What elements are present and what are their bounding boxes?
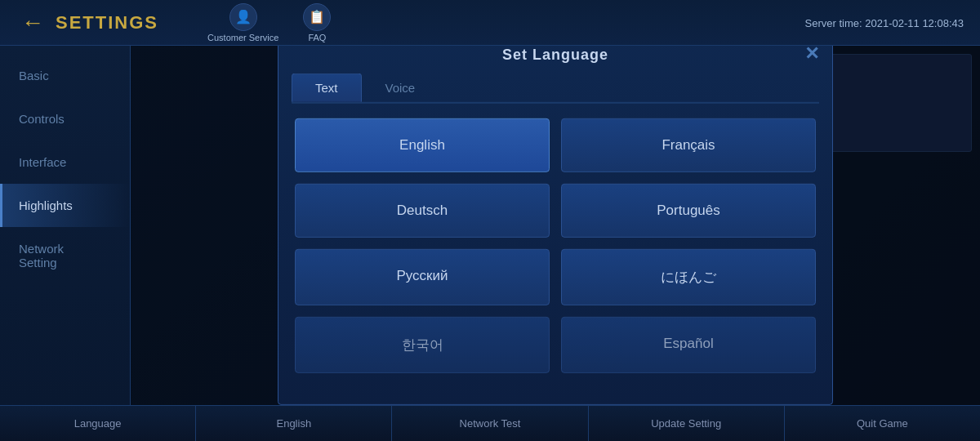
sidebar-item-interface-label: Interface (19, 155, 66, 169)
sidebar-item-highlights[interactable]: Highlights (0, 184, 130, 227)
bottom-quit-game-label: Quit Game (857, 417, 908, 430)
main-content: Rules Set Language ✕ Text Voice English … (131, 46, 980, 405)
language-portugues-label: Português (657, 203, 720, 218)
bottom-network-test-button[interactable]: Network Test (392, 406, 588, 441)
server-time: Server time: 2021-02-11 12:08:43 (805, 16, 964, 29)
language-english-label: English (399, 137, 445, 153)
bottom-quit-game-button[interactable]: Quit Game (785, 406, 980, 441)
bottom-update-setting-button[interactable]: Update Setting (589, 406, 785, 441)
tab-text[interactable]: Text (292, 74, 362, 102)
sidebar-item-basic[interactable]: Basic (0, 54, 130, 97)
tab-voice-label: Voice (385, 81, 416, 95)
bottombar: Language English Network Test Update Set… (0, 405, 980, 441)
sidebar-item-network-setting[interactable]: NetworkSetting (0, 227, 130, 284)
bottom-update-setting-label: Update Setting (651, 417, 721, 430)
language-option-english[interactable]: English (295, 118, 550, 172)
bottom-language-value-label: English (276, 417, 311, 430)
sidebar-item-controls[interactable]: Controls (0, 97, 130, 140)
back-arrow-icon: ← (21, 10, 44, 36)
faq-label: FAQ (308, 33, 326, 42)
bottom-language-value[interactable]: English (196, 406, 392, 441)
sidebar-item-network-label: NetworkSetting (19, 242, 64, 270)
language-option-francais[interactable]: Français (561, 118, 816, 172)
language-espanol-label: Español (663, 336, 713, 351)
language-option-espanol[interactable]: Español (561, 317, 816, 373)
topbar: ← SETTINGS 👤 Customer Service 📋 FAQ Serv… (0, 0, 980, 46)
customer-service-button[interactable]: 👤 Customer Service (207, 3, 278, 42)
language-option-deutsch[interactable]: Deutsch (295, 184, 550, 238)
bottom-language-button[interactable]: Language (0, 406, 196, 441)
language-option-portugues[interactable]: Português (561, 184, 816, 238)
bottom-network-test-label: Network Test (460, 417, 521, 430)
language-option-japanese[interactable]: にほんご (561, 249, 816, 305)
sidebar: Basic Controls Interface Highlights Netw… (0, 46, 131, 405)
back-button[interactable]: ← (16, 8, 49, 38)
language-option-korean[interactable]: 한국어 (295, 317, 550, 373)
settings-title: SETTINGS (56, 12, 158, 33)
language-russian-label: Русский (396, 268, 448, 283)
language-japanese-label: にほんご (661, 270, 716, 285)
language-option-russian[interactable]: Русский (295, 249, 550, 305)
modal-close-button[interactable]: ✕ (804, 46, 819, 65)
modal-title: Set Language (502, 47, 608, 64)
modal-header: Set Language ✕ (278, 46, 832, 64)
sidebar-item-basic-label: Basic (19, 69, 49, 82)
topbar-icons: 👤 Customer Service 📋 FAQ (207, 3, 331, 42)
customer-service-icon: 👤 (229, 3, 257, 31)
language-korean-label: 한국어 (402, 337, 443, 353)
language-grid: English Français Deutsch Português Русск… (278, 104, 832, 388)
language-deutsch-label: Deutsch (397, 203, 448, 218)
tab-voice[interactable]: Voice (362, 74, 439, 102)
language-francais-label: Français (662, 137, 715, 153)
set-language-modal: Set Language ✕ Text Voice English França… (278, 46, 833, 405)
language-tabs: Text Voice (292, 74, 819, 104)
bottom-language-label: Language (74, 417, 122, 430)
faq-button[interactable]: 📋 FAQ (303, 3, 331, 42)
customer-service-label: Customer Service (207, 33, 278, 42)
sidebar-item-highlights-label: Highlights (19, 198, 73, 212)
tab-text-label: Text (315, 81, 338, 95)
faq-icon: 📋 (303, 3, 331, 31)
sidebar-item-controls-label: Controls (19, 112, 65, 126)
sidebar-item-interface[interactable]: Interface (0, 140, 130, 184)
